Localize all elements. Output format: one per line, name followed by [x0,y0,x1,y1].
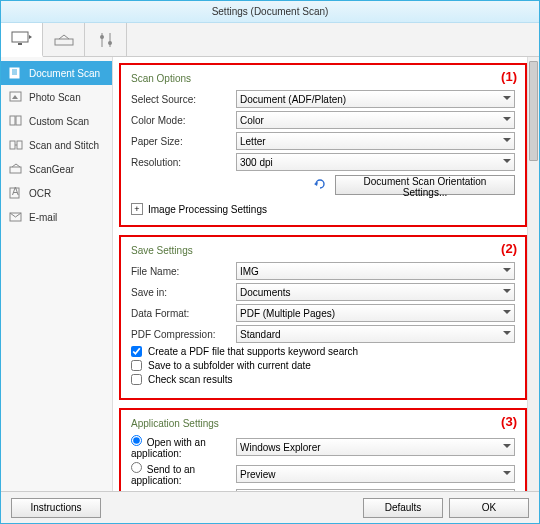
sidebar-item-email[interactable]: E-mail [1,205,112,229]
photo-icon [9,91,23,103]
tab-scan-from-computer[interactable] [1,23,43,57]
main-panel: (1) Scan Options Select Source: Document… [113,57,539,491]
sidebar-item-photo-scan[interactable]: Photo Scan [1,85,112,109]
svg-point-5 [100,35,104,39]
document-icon [9,67,23,79]
sidebar-item-ocr[interactable]: A OCR [1,181,112,205]
sidebar-item-label: Document Scan [29,68,100,79]
save-settings-section: (2) Save Settings File Name: IMG Save in… [119,235,527,400]
open-with-dropdown[interactable]: Windows Explorer [236,438,515,456]
orientation-settings-button[interactable]: Document Scan Orientation Settings... [335,175,515,195]
svg-text:A: A [12,187,19,197]
pdf-compression-dropdown[interactable]: Standard [236,325,515,343]
sidebar-item-document-scan[interactable]: Document Scan [1,61,112,85]
svg-rect-15 [10,141,15,149]
window-title: Settings (Document Scan) [212,6,329,17]
section-number-2: (2) [501,241,517,256]
scanner-icon [53,33,75,47]
settings-window: Settings (Document Scan) Document Scan P… [0,0,540,524]
resolution-dropdown[interactable]: 300 dpi [236,153,515,171]
tab-general-settings[interactable] [85,23,127,56]
sidebar-item-label: Scan and Stitch [29,140,99,151]
data-format-dropdown[interactable]: PDF (Multiple Pages) [236,304,515,322]
scroll-thumb[interactable] [529,61,538,161]
send-to-app-radio[interactable] [131,462,142,473]
scangear-icon [9,163,23,175]
subfolder-checkbox[interactable] [131,360,142,371]
svg-rect-18 [10,167,21,173]
check-scan-checkbox[interactable] [131,374,142,385]
color-mode-label: Color Mode: [131,115,236,126]
resolution-label: Resolution: [131,157,236,168]
select-source-label: Select Source: [131,94,236,105]
pdf-compression-label: PDF Compression: [131,329,236,340]
color-mode-dropdown[interactable]: Color [236,111,515,129]
svg-rect-14 [16,116,21,125]
ocr-icon: A [9,187,23,199]
sidebar-item-label: OCR [29,188,51,199]
file-name-field[interactable]: IMG [236,262,515,280]
sidebar-item-scan-stitch[interactable]: Scan and Stitch [1,133,112,157]
section-number-3: (3) [501,414,517,429]
paper-size-dropdown[interactable]: Letter [236,132,515,150]
check-scan-label: Check scan results [148,374,232,385]
stitch-icon [9,139,23,151]
sidebar-item-label: ScanGear [29,164,74,175]
footer: Instructions Defaults OK [1,491,539,523]
scan-options-section: (1) Scan Options Select Source: Document… [119,63,527,227]
send-to-folder-dropdown[interactable]: None [236,489,515,491]
save-in-label: Save in: [131,287,236,298]
data-format-label: Data Format: [131,308,236,319]
subfolder-label: Save to a subfolder with current date [148,360,311,371]
sliders-icon [98,31,114,49]
save-in-dropdown[interactable]: Documents [236,283,515,301]
keyword-search-label: Create a PDF file that supports keyword … [148,346,358,357]
select-source-dropdown[interactable]: Document (ADF/Platen) [236,90,515,108]
paper-size-label: Paper Size: [131,136,236,147]
keyword-search-checkbox[interactable] [131,346,142,357]
svg-rect-16 [17,141,22,149]
application-settings-title: Application Settings [131,418,515,429]
sidebar-item-scangear[interactable]: ScanGear [1,157,112,181]
svg-rect-0 [12,32,28,42]
scan-options-title: Scan Options [131,73,515,84]
sidebar-item-label: E-mail [29,212,57,223]
open-with-label: Open with an application: [131,437,206,459]
send-to-app-dropdown[interactable]: Preview [236,465,515,483]
defaults-button[interactable]: Defaults [363,498,443,518]
rotate-icon[interactable] [313,177,329,193]
open-with-radio[interactable] [131,435,142,446]
save-settings-title: Save Settings [131,245,515,256]
svg-rect-13 [10,116,15,125]
image-processing-label: Image Processing Settings [148,204,267,215]
svg-point-6 [108,41,112,45]
email-icon [9,211,23,223]
svg-rect-2 [55,39,73,45]
sidebar-item-custom-scan[interactable]: Custom Scan [1,109,112,133]
expand-image-processing[interactable]: + [131,203,143,215]
titlebar: Settings (Document Scan) [1,1,539,23]
custom-icon [9,115,23,127]
file-name-label: File Name: [131,266,236,277]
sidebar: Document Scan Photo Scan Custom Scan Sca… [1,57,113,491]
sidebar-item-label: Custom Scan [29,116,89,127]
vertical-scrollbar[interactable] [527,57,539,491]
monitor-icon [11,31,33,47]
application-settings-section: (3) Application Settings Open with an ap… [119,408,527,491]
svg-marker-12 [12,95,18,99]
section-number-1: (1) [501,69,517,84]
ok-button[interactable]: OK [449,498,529,518]
svg-rect-1 [18,43,22,45]
sidebar-item-label: Photo Scan [29,92,81,103]
tab-scan-from-panel[interactable] [43,23,85,56]
instructions-button[interactable]: Instructions [11,498,101,518]
top-toolbar [1,23,539,57]
